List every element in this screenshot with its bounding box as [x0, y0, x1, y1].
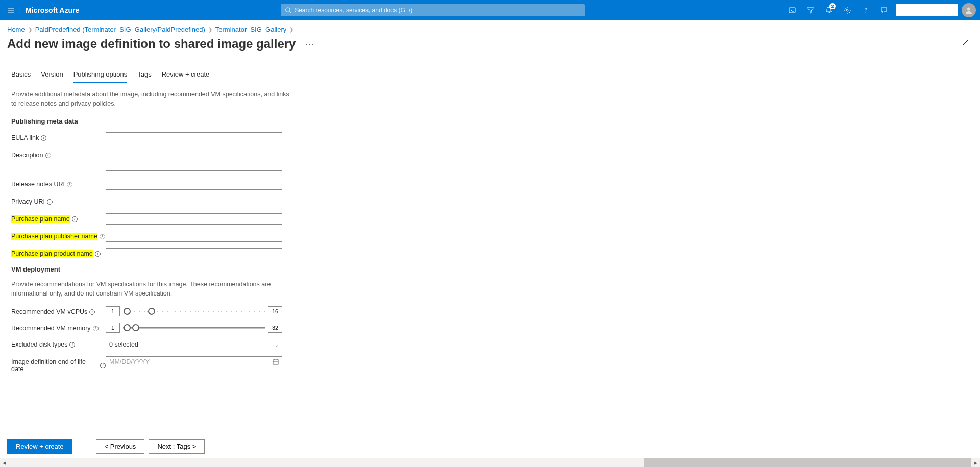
label-disk-types: Excluded disk types: [11, 341, 67, 348]
review-create-button[interactable]: Review + create: [7, 439, 72, 454]
feedback-button[interactable]: [875, 0, 893, 20]
eula-input[interactable]: [106, 132, 282, 143]
breadcrumb: Home ❯ PaidPredefined (Terminator_SIG_Ga…: [0, 20, 980, 35]
filter-icon: [806, 6, 815, 14]
close-icon: [962, 39, 969, 46]
scroll-left-arrow[interactable]: ◀: [0, 458, 9, 467]
user-avatar[interactable]: [962, 3, 976, 17]
description-input[interactable]: [106, 150, 282, 171]
info-icon[interactable]: i: [95, 251, 101, 257]
memory-min-input[interactable]: [106, 323, 120, 333]
slider-thumb-max[interactable]: [132, 324, 139, 331]
search-icon: [285, 7, 292, 14]
tab-basics[interactable]: Basics: [11, 70, 31, 83]
svg-rect-4: [273, 360, 278, 364]
intro-text: Provide additional metadata about the im…: [11, 90, 295, 108]
label-eol: Image definition end of life date: [11, 358, 98, 373]
info-icon[interactable]: i: [89, 309, 95, 315]
disk-types-value: 0 selected: [109, 341, 138, 348]
menu-button[interactable]: [0, 0, 22, 20]
info-icon[interactable]: i: [100, 363, 106, 368]
cloud-shell-button[interactable]: [783, 0, 801, 20]
more-actions-button[interactable]: ⋯: [305, 39, 314, 48]
info-icon[interactable]: i: [93, 326, 99, 331]
eol-date-input[interactable]: MM/DD/YYYY: [106, 356, 282, 367]
account-input[interactable]: [896, 4, 958, 16]
plan-product-input[interactable]: [106, 248, 282, 259]
close-button[interactable]: [958, 35, 973, 52]
tab-publishing-options[interactable]: Publishing options: [74, 70, 128, 83]
chevron-down-icon: ⌄: [275, 342, 279, 348]
page-title: Add new image definition to shared image…: [7, 37, 296, 51]
cloud-shell-icon: [788, 6, 796, 14]
plan-name-input[interactable]: [106, 213, 282, 225]
breadcrumb-item-1[interactable]: PaidPredefined (Terminator_SIG_Gallery/P…: [35, 26, 205, 33]
scroll-right-arrow[interactable]: ▶: [971, 458, 980, 467]
top-bar: Microsoft Azure 2: [0, 0, 980, 20]
svg-point-3: [967, 8, 970, 11]
info-icon[interactable]: i: [47, 199, 53, 205]
info-icon[interactable]: i: [72, 216, 78, 222]
breadcrumb-item-2[interactable]: Terminator_SIG_Gallery: [215, 26, 286, 33]
label-plan-name: Purchase plan name: [11, 215, 70, 223]
tab-version[interactable]: Version: [41, 70, 63, 83]
next-button[interactable]: Next : Tags >: [149, 439, 205, 454]
plan-publisher-input[interactable]: [106, 231, 282, 242]
chevron-right-icon: ❯: [208, 27, 212, 32]
tab-review-create[interactable]: Review + create: [162, 70, 210, 83]
slider-thumb-min[interactable]: [124, 308, 131, 315]
svg-rect-1: [789, 8, 795, 13]
hamburger-icon: [7, 6, 15, 14]
memory-max-input[interactable]: [268, 323, 282, 333]
person-icon: [965, 6, 973, 14]
vcpus-max-input[interactable]: [268, 306, 282, 316]
previous-button[interactable]: < Previous: [96, 439, 145, 454]
info-icon[interactable]: i: [69, 342, 75, 348]
label-memory: Recommended VM memory: [11, 325, 91, 332]
info-icon[interactable]: i: [45, 153, 51, 158]
footer-bar: Review + create < Previous Next : Tags >: [0, 434, 980, 458]
vm-deploy-desc: Provide recommendations for VM specifica…: [11, 280, 295, 298]
label-plan-publisher: Purchase plan publisher name: [11, 233, 97, 240]
label-eula: EULA link: [11, 134, 39, 141]
brand-label: Microsoft Azure: [22, 6, 82, 14]
help-icon: [862, 6, 870, 14]
notification-badge: 2: [829, 3, 836, 9]
svg-point-0: [285, 8, 289, 12]
gear-icon: [843, 6, 851, 14]
release-notes-input[interactable]: [106, 179, 282, 190]
settings-button[interactable]: [838, 0, 856, 20]
label-release-notes: Release notes URI: [11, 181, 65, 188]
memory-slider[interactable]: [106, 323, 282, 333]
vcpus-min-input[interactable]: [106, 306, 120, 316]
info-icon[interactable]: i: [41, 135, 46, 141]
search-input[interactable]: [295, 7, 580, 14]
help-button[interactable]: [856, 0, 875, 20]
breadcrumb-home[interactable]: Home: [7, 26, 25, 33]
scroll-thumb[interactable]: [644, 458, 971, 467]
label-description: Description: [11, 152, 43, 159]
tab-tags[interactable]: Tags: [137, 70, 151, 83]
date-placeholder: MM/DD/YYYY: [109, 358, 150, 365]
tab-bar: Basics Version Publishing options Tags R…: [0, 56, 980, 83]
section-vm-deployment: VM deployment: [11, 265, 295, 273]
info-icon[interactable]: i: [67, 182, 72, 187]
vcpus-slider[interactable]: [106, 306, 282, 316]
disk-types-select[interactable]: 0 selected ⌄: [106, 339, 282, 350]
global-search[interactable]: [281, 4, 585, 16]
notifications-button[interactable]: 2: [820, 0, 838, 20]
calendar-icon: [273, 359, 279, 365]
svg-point-2: [846, 9, 848, 11]
horizontal-scrollbar[interactable]: ◀ ▶: [0, 458, 980, 467]
chevron-right-icon: ❯: [28, 27, 32, 32]
privacy-input[interactable]: [106, 196, 282, 207]
label-privacy: Privacy URI: [11, 198, 45, 205]
slider-thumb-min[interactable]: [124, 324, 131, 331]
slider-thumb-max[interactable]: [148, 308, 155, 315]
label-plan-product: Purchase plan product name: [11, 250, 93, 257]
feedback-icon: [880, 6, 888, 14]
info-icon[interactable]: i: [100, 234, 105, 239]
chevron-right-icon: ❯: [289, 27, 293, 32]
section-publishing-meta: Publishing meta data: [11, 117, 295, 125]
directory-filter-button[interactable]: [801, 0, 820, 20]
